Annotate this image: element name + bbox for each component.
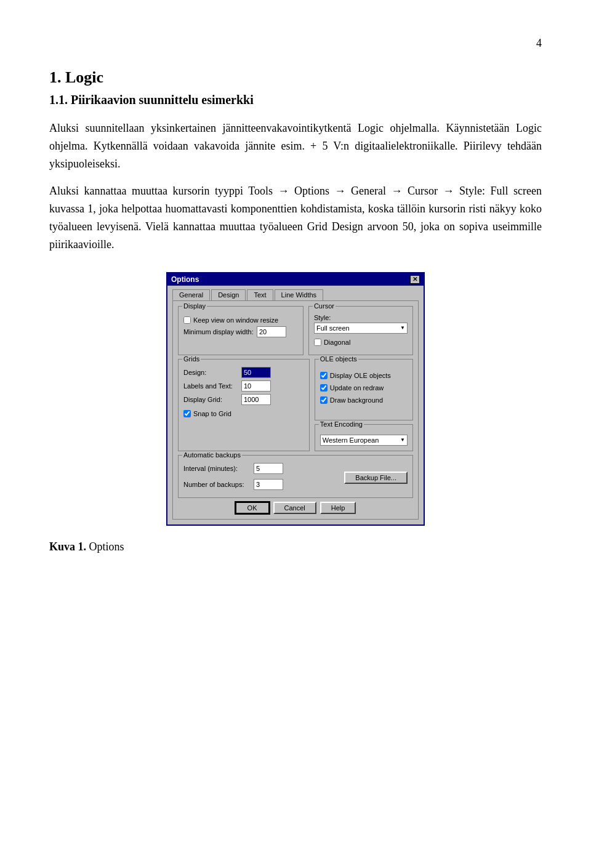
display-grid-input[interactable]	[241, 394, 271, 405]
dialog-titlebar: Options ✕	[167, 273, 424, 286]
paragraph2: Aluksi kannattaa muuttaa kursorin tyyppi…	[49, 182, 542, 253]
snap-row: Snap to Grid	[183, 410, 304, 417]
display-group-label: Display	[182, 302, 207, 310]
design-input[interactable]	[241, 367, 271, 378]
interval-input[interactable]	[254, 463, 283, 474]
draw-bg-row: Draw background	[320, 396, 408, 404]
update-redraw-label: Update on redraw	[330, 384, 384, 392]
display-grid-row: Display Grid:	[183, 394, 304, 405]
grids-group: Grids Design: Labels and Text: Display G…	[178, 359, 310, 451]
ole-group-label: OLE objects	[319, 355, 358, 363]
tab-bar: General Design Text Line Widths	[172, 289, 419, 300]
tab-design[interactable]: Design	[211, 289, 246, 300]
encoding-group-label: Text Encoding	[319, 420, 364, 428]
ole-group: OLE objects Display OLE objects Update o…	[315, 359, 413, 420]
close-button[interactable]: ✕	[410, 275, 420, 284]
dialog-buttons: OK Cancel Help	[178, 502, 413, 514]
figure-caption: Kuva 1. Options	[49, 538, 542, 556]
update-redraw-row: Update on redraw	[320, 384, 408, 392]
keep-view-checkbox[interactable]	[183, 316, 191, 324]
heading2: 1.1. Piirikaavion suunnittelu esimerkki	[49, 93, 542, 107]
min-display-row: Minimum display width:	[183, 326, 298, 337]
grids-group-label: Grids	[182, 355, 201, 363]
autobackup-group: Automatic backups Interval (minutes): Nu…	[178, 455, 413, 498]
figure-caption-text: Options	[86, 540, 124, 553]
labels-text-input[interactable]	[241, 380, 271, 392]
diagonal-checkbox[interactable]	[314, 339, 321, 346]
encoding-select[interactable]: Western European ▼	[320, 435, 408, 446]
cancel-button[interactable]: Cancel	[273, 502, 316, 514]
dialog-title: Options	[171, 275, 199, 284]
dialog-wrapper: Options ✕ General Design Text Line Width…	[49, 272, 542, 526]
num-backups-label: Number of backups:	[183, 481, 251, 488]
autobackup-group-label: Automatic backups	[182, 451, 242, 459]
tab-linewidths[interactable]: Line Widths	[275, 289, 323, 300]
design-label: Design:	[183, 369, 239, 376]
num-backups-input[interactable]	[254, 479, 283, 490]
display-ole-row: Display OLE objects	[320, 372, 408, 379]
diagonal-row: Diagonal	[314, 339, 408, 346]
snap-label: Snap to Grid	[193, 410, 231, 417]
display-grid-label: Display Grid:	[183, 396, 239, 403]
top-section: Display Keep view on window resize Minim…	[178, 306, 413, 355]
select-arrow-icon: ▼	[400, 325, 405, 331]
tab-general[interactable]: General	[172, 289, 210, 300]
encoding-group: Text Encoding Western European ▼	[315, 424, 413, 451]
middle-section: Grids Design: Labels and Text: Display G…	[178, 359, 413, 451]
min-display-input[interactable]	[257, 326, 286, 337]
display-ole-checkbox[interactable]	[320, 372, 328, 379]
help-button[interactable]: Help	[320, 502, 356, 514]
design-row: Design:	[183, 367, 304, 378]
interval-row: Interval (minutes):	[183, 463, 283, 474]
paragraph1: Aluksi suunnitellaan yksinkertainen jänn…	[49, 119, 542, 172]
cursor-group-label: Cursor	[313, 302, 336, 310]
display-group: Display Keep view on window resize Minim…	[178, 306, 304, 355]
style-label: Style:	[314, 314, 408, 321]
dialog-body: General Design Text Line Widths Display …	[167, 286, 424, 524]
draw-bg-label: Draw background	[330, 396, 383, 404]
figure-caption-bold: Kuva 1.	[49, 540, 86, 553]
diagonal-label: Diagonal	[324, 339, 350, 346]
ok-button[interactable]: OK	[235, 502, 270, 514]
interval-label: Interval (minutes):	[183, 465, 251, 472]
labels-text-row: Labels and Text:	[183, 380, 304, 392]
keep-view-row: Keep view on window resize	[183, 316, 298, 324]
encoding-select-value: Western European	[323, 436, 379, 444]
snap-checkbox[interactable]	[183, 410, 191, 417]
style-select-value: Full screen	[316, 324, 350, 332]
style-select[interactable]: Full screen ▼	[314, 323, 408, 334]
display-ole-label: Display OLE objects	[330, 372, 391, 379]
options-dialog: Options ✕ General Design Text Line Width…	[166, 272, 425, 526]
labels-text-label: Labels and Text:	[183, 382, 239, 390]
cursor-group: Cursor Style: Full screen ▼ Diagonal	[308, 306, 413, 355]
min-display-label: Minimum display width:	[183, 328, 254, 336]
encoding-arrow-icon: ▼	[400, 437, 405, 443]
tab-content: Display Keep view on window resize Minim…	[172, 300, 419, 520]
num-backups-row: Number of backups:	[183, 479, 283, 490]
draw-bg-checkbox[interactable]	[320, 396, 328, 404]
page-number: 4	[49, 37, 542, 50]
update-redraw-checkbox[interactable]	[320, 384, 328, 392]
backup-file-button[interactable]: Backup File...	[344, 472, 408, 484]
tab-text[interactable]: Text	[247, 289, 273, 300]
keep-view-label: Keep view on window resize	[193, 316, 278, 324]
heading1: 1. Logic	[49, 68, 542, 87]
